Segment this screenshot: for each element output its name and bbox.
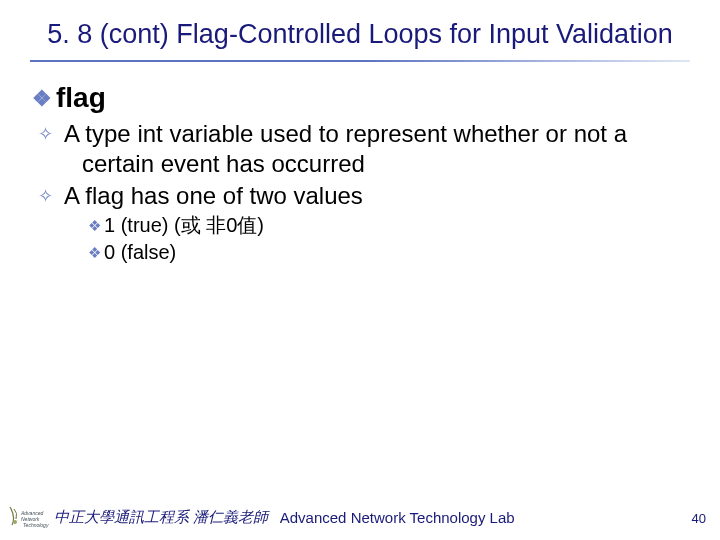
def1-text: A type int variable used to represent wh… [64, 120, 627, 177]
footer-cn-text: 中正大學通訊工程系 潘仁義老師 [54, 508, 268, 527]
bullet-level2: ✧A flag has one of two values [60, 181, 688, 211]
svg-point-0 [13, 520, 17, 524]
bullet-level3: ❖0 (false) [88, 240, 688, 265]
page-number: 40 [692, 511, 706, 526]
diamond-bullet-icon: ❖ [32, 85, 52, 113]
val2-text: 0 (false) [104, 241, 176, 263]
diamond-bullet-icon: ❖ [88, 244, 101, 263]
bullet-level2: ✧A type int variable used to represent w… [60, 119, 688, 179]
slide-title: 5. 8 (cont) Flag-Controlled Loops for In… [0, 0, 720, 56]
val1-text: 1 (true) (或 非0值) [104, 214, 264, 236]
footer-en-text: Advanced Network Technology Lab [280, 509, 515, 526]
footer: Advanced Network Technology 中正大學通訊工程系 潘仁… [0, 502, 720, 532]
title-underline [30, 60, 690, 62]
diamond-bullet-icon: ❖ [88, 217, 101, 236]
slide-content: ❖flag ✧A type int variable used to repre… [0, 72, 720, 265]
bullet-level1: ❖flag [32, 80, 688, 115]
def2-text: A flag has one of two values [64, 182, 363, 209]
slide: 5. 8 (cont) Flag-Controlled Loops for In… [0, 0, 720, 540]
bullet-level3: ❖1 (true) (或 非0值) [88, 213, 688, 238]
heading-text: flag [56, 82, 106, 113]
logo-icon: Advanced Network Technology [6, 503, 50, 531]
svg-text:Technology: Technology [23, 522, 49, 528]
